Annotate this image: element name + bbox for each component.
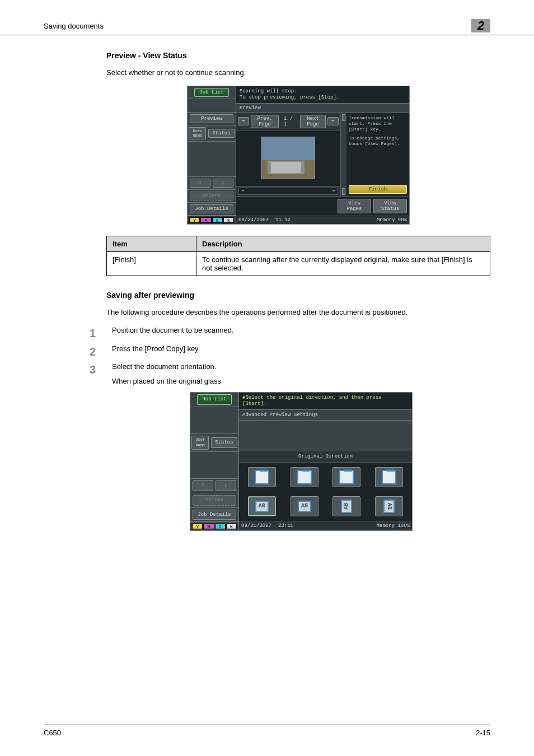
p2-orig-direction-label: Original Direction — [239, 451, 412, 463]
vertical-scroll-down-icon[interactable] — [342, 188, 345, 195]
page-last-icon[interactable]: ➡ — [327, 117, 339, 125]
finish-button[interactable]: Finish — [349, 185, 407, 194]
orientation-screenshot: Job List User Name Status ↑ ↓ Delete Job… — [112, 392, 490, 531]
job-list-button[interactable]: Job List — [194, 88, 228, 97]
panel1-msg-line1: Scanning will stop. — [240, 88, 406, 95]
orientation-glyph-2-label: BA — [298, 501, 311, 512]
panel1-time: 11:12 — [275, 217, 291, 223]
p2-status-field: Status — [211, 437, 237, 448]
table-header-item: Item — [107, 236, 196, 252]
orientation-glyph-3-label: AB — [341, 500, 352, 513]
p2-adv-settings-title: Advanced Preview Settings — [239, 410, 412, 421]
p2-top-message-text: Select the original direction, and then … — [242, 395, 381, 407]
table-cell-description: To continue scanning after the currently… — [196, 252, 490, 276]
down-arrow-button[interactable]: ↓ — [213, 179, 233, 188]
preview-screenshot: Job List Preview User Name Status ↑ ↓ De… — [106, 86, 490, 225]
vertical-scroll-up-icon[interactable] — [342, 114, 345, 121]
toner-yellow-icon: Y — [189, 217, 200, 223]
p2-delete-button[interactable]: Delete — [193, 495, 236, 506]
orientation-glyph-4-label: AB — [383, 500, 395, 513]
table-row: [Finish] To continue scanning after the … — [107, 252, 490, 276]
section1-text: Select whether or not to continue scanni… — [106, 68, 490, 78]
p2-memory-label: Memory — [377, 523, 395, 529]
page-header: Saving documents 2 — [0, 0, 534, 35]
step-2: Press the [Proof Copy] key. — [90, 344, 490, 362]
toner-magenta-icon: M — [200, 217, 211, 223]
p2-toner-magenta-icon: M — [203, 524, 214, 529]
next-page-button[interactable]: Next Page — [300, 115, 326, 128]
p2-up-arrow-button[interactable]: ↑ — [193, 480, 213, 491]
job-details-button[interactable]: Job Details — [190, 204, 233, 213]
p2-toner-cyan-icon: C — [215, 524, 226, 529]
delete-button[interactable]: Delete — [190, 192, 233, 200]
p2-date: 09/21/2007 — [241, 522, 271, 530]
panel1-message-area: Scanning will stop. To stop previewing, … — [236, 86, 409, 104]
panel1-date: 09/24/2007 — [238, 217, 269, 223]
side-msg-2: To change settings, touch [View Pages]. — [349, 136, 407, 147]
orientation-glyph-2[interactable]: BA — [291, 496, 318, 516]
view-pages-button[interactable]: View Pages — [338, 199, 371, 213]
p2-top-message: ◆Select the original direction, and then… — [239, 393, 412, 410]
orientation-option-2[interactable] — [291, 467, 318, 487]
orientation-glyph-3[interactable]: AB — [332, 496, 360, 516]
toner-cyan-icon: C — [212, 217, 223, 223]
p2-user-name-field: User Name — [191, 436, 209, 450]
footer-model: C650 — [44, 729, 61, 737]
user-name-field: User Name — [189, 127, 206, 139]
prev-page-button[interactable]: Prev. Page — [251, 115, 279, 128]
p2-memory-value: 100% — [397, 523, 410, 529]
section2-text: The following procedure describes the op… — [106, 307, 490, 318]
preview-thumbnail — [261, 137, 315, 179]
p2-time: 22:11 — [278, 522, 293, 530]
preview-titlebar: Preview — [236, 104, 409, 113]
section2-title: Saving after previewing — [106, 291, 490, 300]
up-arrow-button[interactable]: ↑ — [190, 179, 210, 188]
chapter-number-badge: 2 — [471, 19, 490, 32]
step-3: Select the document orientation. When pl… — [90, 362, 490, 550]
view-status-button[interactable]: View Status — [373, 199, 407, 213]
side-msg-1: Transmission will start. Press the [Star… — [349, 115, 407, 132]
p2-job-list-button[interactable]: Job List — [197, 394, 231, 405]
orientation-option-4[interactable] — [375, 467, 403, 487]
header-chapter: 2 — [471, 19, 490, 32]
page-first-icon[interactable]: ⬅ — [238, 117, 249, 125]
status-field: Status — [208, 129, 234, 138]
description-table: Item Description [Finish] To continue sc… — [106, 236, 490, 276]
step-1: Position the document to be scanned. — [90, 325, 490, 343]
p2-toner-yellow-icon: Y — [192, 524, 203, 529]
orientation-glyph-1-label: AB — [255, 501, 269, 512]
footer-page-number: 2-15 — [476, 729, 490, 737]
orientation-option-3[interactable] — [332, 467, 360, 487]
header-section-title: Saving documents — [44, 22, 104, 30]
panel1-memory-label: Memory — [377, 217, 395, 223]
horizontal-scroll[interactable]: ⬅➡ — [238, 188, 338, 195]
preview-toggle[interactable]: Preview — [190, 114, 233, 123]
panel1-msg-line2: To stop previewing, press [Stop]. — [240, 95, 406, 101]
orientation-glyph-4[interactable]: AB — [375, 496, 403, 516]
p2-toner-levels: Y M C K — [190, 522, 238, 530]
toner-black-icon: K — [223, 217, 234, 223]
panel1-memory-value: 99% — [398, 217, 407, 223]
toner-levels: Y M C K — [188, 216, 236, 224]
orientation-glyph-1[interactable]: AB — [248, 496, 276, 516]
p2-job-details-button[interactable]: Job Details — [193, 510, 236, 520]
p2-down-arrow-button[interactable]: ↓ — [216, 480, 236, 491]
table-header-description: Description — [196, 236, 490, 252]
step-3-sublabel: When placed on the original glass — [112, 376, 490, 386]
orientation-option-1[interactable] — [248, 467, 276, 487]
page-indicator: 1 / 1 — [280, 116, 298, 127]
table-cell-item: [Finish] — [107, 252, 196, 276]
step-3-text: Select the document orientation. — [112, 362, 216, 371]
p2-toner-black-icon: K — [226, 524, 237, 529]
page-footer: C650 2-15 — [44, 725, 490, 737]
section1-title: Preview - View Status — [106, 51, 490, 60]
